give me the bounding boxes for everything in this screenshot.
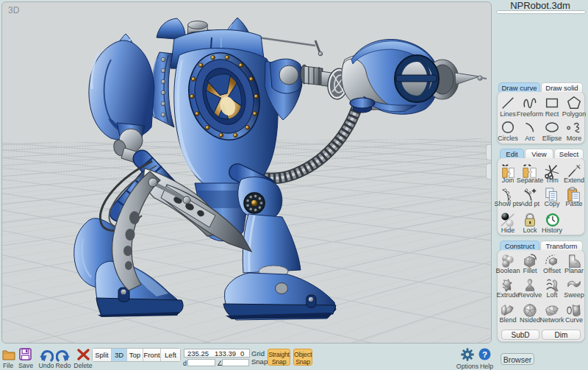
svg-text:?: ? [482, 350, 487, 359]
